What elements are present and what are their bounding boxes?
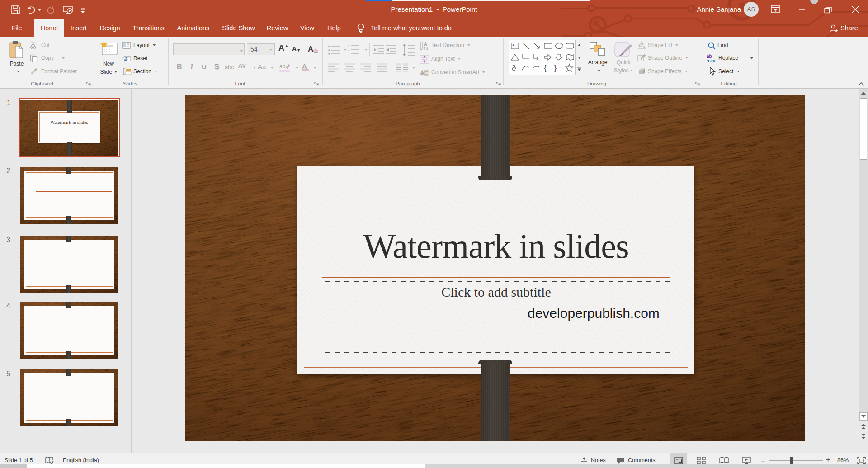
- svg-text:{: {: [544, 63, 547, 72]
- svg-text:2: 2: [348, 48, 349, 52]
- svg-text:ab: ab: [279, 63, 286, 70]
- svg-text:3: 3: [348, 52, 349, 56]
- svg-text:ac: ac: [710, 58, 716, 63]
- svg-text:A: A: [512, 43, 514, 47]
- svg-text:A: A: [424, 41, 427, 47]
- svg-text:}: }: [554, 63, 557, 72]
- svg-text:A: A: [308, 45, 313, 53]
- svg-text:1: 1: [348, 44, 349, 47]
